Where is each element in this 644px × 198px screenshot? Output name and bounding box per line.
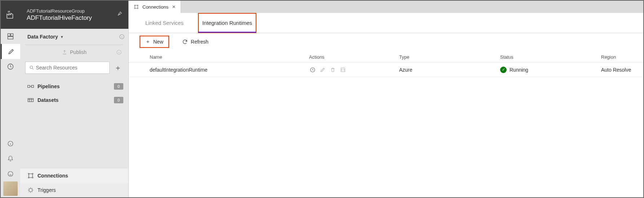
info-icon[interactable] — [116, 49, 122, 55]
info-icon[interactable] — [1, 136, 20, 151]
svg-point-15 — [32, 177, 33, 178]
close-icon[interactable]: ✕ — [172, 4, 176, 9]
connections-icon — [134, 4, 139, 9]
table-row[interactable]: defaultIntegrationRuntime — [129, 63, 643, 77]
factory-group-row[interactable]: Data Factory ▼ — [20, 29, 128, 45]
sidebar-item-label: Pipelines — [38, 84, 59, 89]
svg-rect-0 — [8, 34, 10, 36]
notifications-icon[interactable] — [1, 151, 20, 166]
tab-connections[interactable]: Connections ✕ — [129, 1, 181, 13]
col-type[interactable]: Type — [399, 54, 500, 60]
delete-icon[interactable] — [329, 66, 336, 73]
sidebar-item-datasets[interactable]: Datasets 0 — [20, 93, 128, 107]
sidebar-item-pipelines[interactable]: Pipelines 0 — [20, 80, 128, 93]
pin-icon[interactable] — [117, 11, 123, 17]
publish-label: Publish — [70, 49, 87, 55]
svg-rect-9 — [28, 85, 30, 87]
svg-point-13 — [32, 173, 33, 174]
feedback-icon[interactable] — [1, 166, 20, 181]
pipeline-icon — [27, 84, 34, 89]
factory-header: ADFTutorialResourceGroup ADFTutorialHive… — [20, 1, 128, 29]
main-panel: Connections ✕ Linked Services Integratio… — [128, 1, 643, 197]
row-actions — [309, 66, 399, 73]
info-icon[interactable] — [119, 34, 125, 40]
sidebar-item-label: Triggers — [38, 187, 56, 193]
subtab-label: Linked Services — [145, 20, 184, 26]
icon-rail — [1, 1, 20, 197]
svg-rect-2 — [8, 37, 13, 39]
refresh-button[interactable]: Refresh — [177, 36, 213, 48]
svg-point-5 — [8, 171, 13, 176]
col-actions[interactable]: Actions — [309, 54, 399, 60]
toolbar: ＋ New Refresh — [129, 33, 643, 50]
breadcrumb: ADFTutorialResourceGroup — [27, 8, 92, 14]
svg-point-19 — [134, 8, 135, 9]
col-status[interactable]: Status — [500, 54, 601, 60]
user-avatar[interactable] — [3, 181, 18, 196]
table-header: Name Actions Type Status Region — [129, 52, 643, 63]
svg-rect-1 — [11, 34, 13, 36]
new-label: New — [153, 39, 163, 45]
sidebar-item-label: Datasets — [38, 97, 58, 103]
svg-point-12 — [28, 173, 29, 174]
factory-title: ADFTutorialHiveFactory — [27, 14, 92, 22]
add-resource-button[interactable]: ＋ — [113, 62, 123, 74]
svg-rect-10 — [31, 85, 34, 87]
search-input[interactable] — [25, 62, 110, 74]
plus-icon: ＋ — [145, 39, 150, 45]
subtab-integration-runtimes[interactable]: Integration Runtimes — [198, 13, 256, 33]
resource-panel: ADFTutorialResourceGroup ADFTutorialHive… — [20, 1, 128, 197]
chevron-down-icon: ▼ — [60, 35, 64, 39]
svg-point-8 — [30, 66, 32, 68]
refresh-label: Refresh — [191, 39, 208, 45]
col-name[interactable]: Name — [140, 54, 309, 60]
sidebar-item-label: Connections — [38, 173, 68, 179]
svg-rect-11 — [28, 99, 34, 102]
sidebar-item-connections[interactable]: Connections — [20, 168, 128, 183]
refresh-icon — [182, 39, 188, 45]
svg-point-18 — [137, 5, 138, 6]
col-region[interactable]: Region — [601, 54, 632, 60]
cell-type: Azure — [399, 67, 500, 73]
svg-point-17 — [134, 5, 135, 6]
factory-group-label: Data Factory — [27, 34, 58, 40]
nav-author-icon[interactable] — [1, 44, 20, 59]
search-field[interactable] — [36, 65, 106, 71]
cell-name: defaultIntegrationRuntime — [140, 67, 309, 73]
sidebar-item-triggers[interactable]: Triggers — [20, 183, 128, 197]
status-text: Running — [510, 67, 528, 73]
factory-icon — [1, 1, 20, 29]
connections-icon — [27, 172, 34, 179]
nav-monitor-icon[interactable] — [1, 59, 20, 74]
code-icon[interactable] — [339, 66, 347, 73]
svg-point-16 — [29, 189, 32, 192]
svg-point-20 — [137, 8, 138, 9]
count-badge: 0 — [114, 97, 123, 103]
cell-region: Auto Resolve — [601, 67, 632, 73]
cell-status: ✓ Running — [500, 67, 601, 73]
triggers-icon — [27, 187, 34, 193]
search-icon — [29, 65, 34, 70]
dataset-icon — [27, 98, 34, 103]
subtab-linked-services[interactable]: Linked Services — [142, 13, 187, 33]
count-badge: 0 — [114, 83, 123, 90]
subtab-row: Linked Services Integration Runtimes — [129, 13, 643, 33]
nav-overview-icon[interactable] — [1, 29, 20, 44]
svg-point-14 — [28, 177, 29, 178]
upload-icon — [62, 50, 67, 55]
new-button[interactable]: ＋ New — [140, 36, 169, 48]
tab-strip: Connections ✕ — [129, 1, 643, 13]
monitor-icon[interactable] — [309, 66, 316, 73]
edit-icon[interactable] — [319, 66, 326, 73]
subtab-label: Integration Runtimes — [202, 20, 252, 26]
publish-button[interactable]: Publish — [20, 45, 128, 59]
tab-label: Connections — [142, 4, 168, 10]
status-ok-icon: ✓ — [500, 67, 507, 73]
